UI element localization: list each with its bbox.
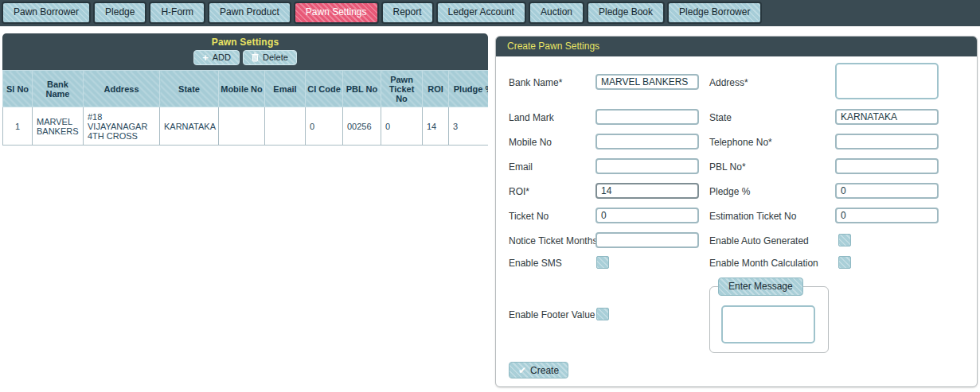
land-mark-label: Land Mark [509, 110, 554, 126]
list-panel-title: Pawn Settings [2, 37, 488, 48]
col-ci-code: CI Code [306, 71, 343, 107]
address-label: Address* [709, 75, 748, 91]
col-roi: ROI [423, 71, 449, 107]
cell-bank-name: MARVEL BANKERS [33, 107, 84, 146]
ticket-no-label: Ticket No [509, 208, 549, 224]
pledge-percent-label: Pledge % [709, 184, 750, 200]
tab-auction[interactable]: Auction [529, 2, 584, 24]
col-sl-no: Sl No [3, 71, 33, 107]
col-pludge-percent: Pludge % [449, 71, 489, 107]
mobile-no-label: Mobile No [509, 134, 552, 150]
col-address: Address [84, 71, 160, 107]
ticket-no-input[interactable] [595, 208, 699, 223]
col-bank-name: Bank Name [33, 71, 84, 107]
pbl-no-label: PBL No* [709, 159, 746, 175]
tab-pawn-borrower[interactable]: Pawn Borrower [2, 2, 91, 24]
create-pawn-settings-panel: Create Pawn Settings Bank Name* Address*… [495, 36, 978, 387]
main-tab-bar: Pawn Borrower Pledge H-Form Pawn Product… [0, 0, 980, 26]
cell-roi: 14 [423, 107, 449, 146]
tab-h-form[interactable]: H-Form [149, 2, 205, 24]
enable-month-calculation-checkbox[interactable] [838, 256, 851, 269]
tab-pledge-book[interactable]: Pledge Book [587, 2, 665, 24]
form-panel-title: Create Pawn Settings [496, 37, 977, 56]
tab-ledger-account[interactable]: Ledger Account [436, 2, 526, 24]
land-mark-input[interactable] [595, 109, 699, 125]
delete-button-label: Delete [263, 52, 288, 62]
cell-ci-code: 0 [306, 107, 343, 146]
telephone-no-input[interactable] [835, 134, 939, 149]
tab-pledge[interactable]: Pledge [93, 2, 146, 24]
cell-pludge-percent: 3 [449, 107, 489, 146]
col-email: Email [265, 71, 306, 107]
bank-name-label: Bank Name* [509, 75, 562, 91]
col-pbl-no: PBL No [343, 71, 381, 107]
create-button-label: Create [530, 365, 559, 376]
tab-pawn-product[interactable]: Pawn Product [208, 2, 291, 24]
roi-label: ROI* [509, 184, 529, 200]
cell-address: #18 VIJAYANAGAR 4TH CROSS [84, 107, 160, 146]
table-row[interactable]: 1 MARVEL BANKERS #18 VIJAYANAGAR 4TH CRO… [3, 107, 489, 146]
tab-pawn-settings[interactable]: Pawn Settings [294, 2, 379, 24]
email-label: Email [509, 159, 533, 175]
pawn-settings-list-panel: Pawn Settings + ADD Delete Sl N [2, 33, 488, 146]
mobile-no-input[interactable] [595, 134, 699, 149]
enable-sms-label: Enable SMS [509, 255, 562, 271]
add-button-label: ADD [213, 52, 231, 62]
telephone-no-label: Telephone No* [709, 134, 772, 150]
bank-name-input[interactable] [595, 74, 699, 90]
cell-pbl-no: 00256 [343, 107, 381, 146]
cell-pawn-ticket-no: 0 [381, 107, 423, 146]
address-textarea[interactable] [835, 63, 939, 99]
tab-pledge-borrower[interactable]: Pledge Borrower [667, 2, 762, 24]
pledge-percent-input[interactable] [835, 183, 939, 199]
list-toolbar: + ADD Delete [2, 50, 488, 65]
pbl-no-input[interactable] [835, 158, 939, 174]
enable-auto-generated-checkbox[interactable] [838, 234, 851, 246]
enable-sms-checkbox[interactable] [596, 256, 609, 269]
enable-footer-value-checkbox[interactable] [596, 308, 609, 320]
check-icon: ✔ [518, 365, 526, 376]
col-mobile-no: Mobile No [219, 71, 265, 107]
cell-email [265, 107, 306, 146]
enable-auto-generated-label: Enable Auto Generated [709, 233, 809, 249]
trash-icon [252, 52, 259, 62]
settings-table-container: Sl No Bank Name Address State Mobile No … [2, 70, 488, 146]
cell-state: KARNATAKA [160, 107, 219, 146]
col-pawn-ticket-no: Pawn Ticket No [381, 71, 423, 107]
notice-ticket-months-label: Notice Ticket Months [509, 233, 597, 249]
create-button[interactable]: ✔ Create [509, 362, 568, 378]
list-panel-header: Pawn Settings + ADD Delete [2, 33, 488, 70]
state-input[interactable] [835, 109, 939, 125]
settings-table: Sl No Bank Name Address State Mobile No … [2, 70, 488, 146]
estimation-ticket-no-input[interactable] [835, 208, 939, 223]
enter-message-button[interactable]: Enter Message [718, 278, 803, 296]
notice-ticket-months-input[interactable] [595, 232, 699, 248]
cell-mobile-no [219, 107, 265, 146]
delete-button[interactable]: Delete [243, 50, 297, 65]
col-state: State [160, 71, 219, 107]
add-button[interactable]: + ADD [193, 50, 240, 65]
enable-month-calculation-label: Enable Month Calculation [709, 255, 818, 271]
table-header-row: Sl No Bank Name Address State Mobile No … [3, 71, 489, 107]
estimation-ticket-no-label: Estimation Ticket No [709, 208, 796, 224]
roi-input[interactable] [595, 183, 699, 199]
plus-icon: + [202, 53, 209, 62]
state-label: State [709, 110, 732, 126]
cell-sl-no: 1 [3, 107, 33, 146]
enable-footer-value-label: Enable Footer Value [509, 307, 595, 323]
message-textarea[interactable] [721, 305, 815, 343]
tab-report[interactable]: Report [381, 2, 434, 24]
email-input[interactable] [595, 158, 699, 174]
